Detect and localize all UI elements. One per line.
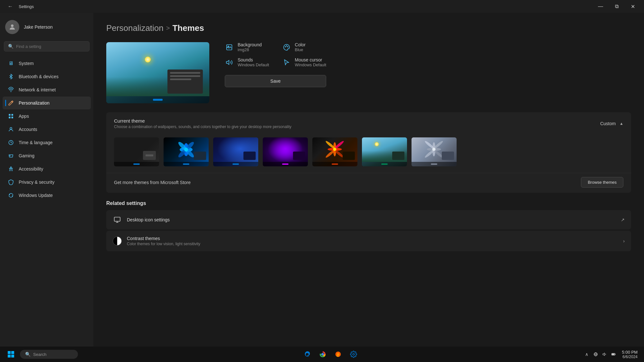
preview-line-2	[170, 75, 200, 77]
theme-preview-image	[106, 42, 209, 103]
time-icon	[8, 139, 14, 146]
preview-window	[167, 70, 203, 94]
svg-point-9	[228, 46, 229, 47]
contrast-icon	[113, 237, 122, 246]
thumb-window-nebula	[243, 152, 256, 160]
sidebar-item-network[interactable]: Network & internet	[3, 83, 91, 96]
tray-network-icon[interactable]	[592, 348, 600, 360]
taskbar-edge[interactable]	[301, 348, 314, 360]
theme-thumbnails	[106, 135, 631, 173]
privacy-icon	[8, 179, 14, 185]
window-controls: — ⧉ ✕	[593, 1, 640, 12]
svg-point-5	[10, 127, 12, 129]
taskbar-right: ∧ 5:00 PM	[583, 348, 640, 360]
svg-point-10	[285, 46, 286, 47]
sidebar-item-privacy[interactable]: Privacy & security	[3, 176, 91, 189]
abstract-shape	[424, 140, 445, 159]
color-value: Blue	[295, 47, 306, 52]
preview-line-3	[170, 79, 191, 80]
title-bar-left: ← Settings	[5, 2, 34, 11]
sidebar-item-label-gaming: Gaming	[19, 153, 34, 158]
theme-thumb-abstract[interactable]	[412, 137, 457, 166]
user-profile[interactable]: Jake Peterson	[0, 17, 93, 39]
current-theme-header[interactable]: Current theme Choose a combination of wa…	[106, 112, 631, 135]
sidebar-item-time[interactable]: Time & language	[3, 136, 91, 149]
sidebar-item-accounts[interactable]: Accounts	[3, 123, 91, 136]
title-bar: ← Settings — ⧉ ✕	[0, 0, 644, 13]
current-theme-value: Custom	[600, 121, 616, 126]
minimize-button[interactable]: —	[593, 1, 608, 12]
contrast-themes-item[interactable]: Contrast themes Color themes for low vis…	[106, 231, 631, 251]
mouse-cursor-value: Windows Default	[295, 62, 327, 67]
preview-line-1	[170, 72, 200, 74]
svg-point-11	[286, 46, 287, 46]
sounds-detail[interactable]: Sounds Windows Default	[225, 57, 269, 67]
tray-volume-icon[interactable]	[601, 348, 609, 360]
sidebar-item-apps[interactable]: Apps	[3, 110, 91, 123]
current-theme-section: Current theme Choose a combination of wa…	[106, 112, 631, 193]
nav-items: 🖥 System Bluetooth & devices Network & i…	[0, 55, 93, 347]
thumb-taskbar-nature	[312, 162, 357, 166]
theme-details: Background img28 Color	[225, 42, 326, 87]
search-box[interactable]: 🔍	[4, 41, 90, 51]
contrast-themes-title: Contrast themes	[127, 236, 618, 241]
gaming-icon	[8, 153, 14, 159]
avatar	[5, 20, 19, 34]
sidebar-item-label-system: System	[19, 61, 34, 66]
sidebar-item-update[interactable]: Windows Update	[3, 189, 91, 202]
accessibility-icon	[8, 166, 14, 172]
taskbar-search[interactable]: 🔍 Search	[20, 350, 78, 359]
taskbar-center	[301, 348, 360, 360]
win11-flower	[176, 141, 196, 158]
sidebar-item-gaming[interactable]: Gaming	[3, 149, 91, 162]
thumb-taskbar-btn-landscape	[381, 163, 388, 165]
thumb-taskbar-btn-purple	[282, 163, 289, 165]
sidebar-item-label-time: Time & language	[19, 140, 52, 145]
windows-start-button[interactable]	[4, 348, 18, 360]
thumb-taskbar-landscape	[362, 162, 407, 166]
theme-thumb-dark[interactable]	[114, 137, 159, 166]
tray-battery-icon[interactable]	[610, 348, 618, 360]
mouse-cursor-detail[interactable]: Mouse cursor Windows Default	[282, 57, 327, 67]
related-settings-section: Related settings Desktop icon settings ↗…	[106, 200, 631, 251]
back-button[interactable]: ←	[5, 2, 15, 11]
svg-rect-34	[114, 217, 120, 221]
sidebar-item-label-accounts: Accounts	[19, 127, 37, 132]
browse-themes-button[interactable]: Browse themes	[581, 177, 623, 188]
sidebar-item-personalization[interactable]: Personalization	[3, 97, 91, 109]
thumb-taskbar-dark	[114, 162, 159, 166]
sidebar-item-accessibility[interactable]: Accessibility	[3, 162, 91, 175]
sidebar-item-bluetooth[interactable]: Bluetooth & devices	[3, 70, 91, 83]
svg-rect-3	[9, 117, 10, 118]
search-input[interactable]	[16, 44, 85, 49]
update-icon	[8, 192, 14, 199]
close-button[interactable]: ✕	[625, 1, 640, 12]
taskbar: 🔍 Search	[0, 347, 644, 362]
apps-icon	[8, 113, 14, 119]
taskbar-settings[interactable]	[347, 348, 360, 360]
thumb-taskbar-btn-win11	[183, 163, 189, 165]
taskbar-chrome[interactable]	[316, 348, 329, 360]
browse-themes-text: Get more themes from Microsoft Store	[114, 180, 191, 185]
desktop-icon-settings-item[interactable]: Desktop icon settings ↗	[106, 210, 631, 229]
theme-thumb-nature[interactable]	[312, 137, 357, 166]
svg-rect-37	[8, 355, 11, 357]
theme-thumb-landscape[interactable]	[362, 137, 407, 166]
breadcrumb-parent[interactable]: Personalization	[106, 23, 164, 33]
sidebar-item-system[interactable]: 🖥 System	[3, 57, 91, 70]
color-detail[interactable]: Color Blue	[282, 42, 327, 52]
theme-thumb-nebula[interactable]	[213, 137, 258, 166]
background-detail[interactable]: Background img28	[225, 42, 269, 52]
sidebar-item-label-apps: Apps	[19, 114, 29, 119]
svg-point-7	[11, 167, 12, 168]
clock-area[interactable]: 5:00 PM 6/6/2024	[620, 350, 640, 359]
tray-expand-icon[interactable]: ∧	[583, 348, 591, 360]
taskbar-search-label: Search	[33, 352, 46, 357]
save-button[interactable]: Save	[225, 75, 326, 87]
thumb-taskbar-nebula	[213, 162, 258, 166]
theme-thumb-win11[interactable]	[164, 137, 209, 166]
personalization-icon	[8, 100, 14, 106]
taskbar-firefox[interactable]	[332, 348, 345, 360]
theme-thumb-purple[interactable]	[263, 137, 308, 166]
maximize-button[interactable]: ⧉	[609, 1, 624, 12]
